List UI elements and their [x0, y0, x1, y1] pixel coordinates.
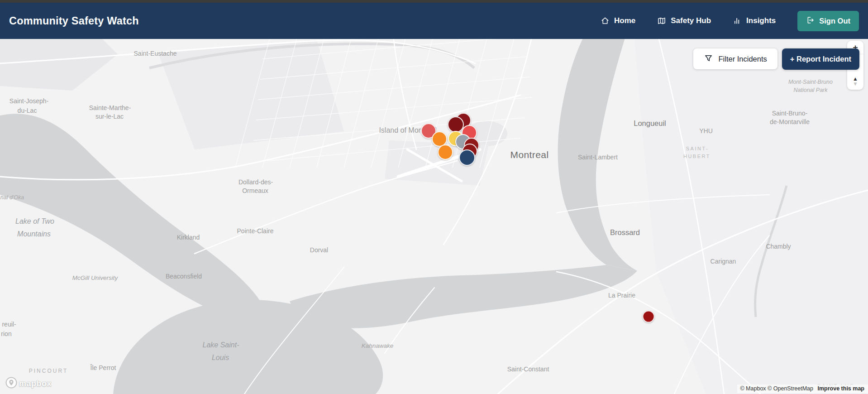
filter-incidents-label: Filter Incidents	[718, 55, 767, 63]
nav-home[interactable]: Home	[601, 16, 635, 25]
map-actions: Filter Incidents + Report Incident	[693, 48, 859, 70]
window-chrome-strip	[0, 0, 868, 3]
pitch-toggle[interactable]: ▲ ▼	[853, 77, 858, 90]
sign-out-label: Sign Out	[819, 17, 850, 25]
app-screen: Community Safety Watch Home Safety Hub I…	[0, 0, 868, 394]
nav-home-label: Home	[614, 16, 635, 25]
incident-marker[interactable]	[438, 144, 453, 160]
sign-out-button[interactable]: Sign Out	[797, 11, 859, 31]
map-background	[0, 39, 868, 394]
logout-icon	[806, 16, 815, 26]
nav-safety-hub[interactable]: Safety Hub	[657, 16, 711, 25]
attribution-osm-link[interactable]: © OpenStreetMap	[768, 385, 813, 392]
app-title: Community Safety Watch	[9, 15, 139, 27]
mapbox-logo[interactable]: mapbox	[5, 377, 52, 391]
pitch-down-icon: ▼	[853, 82, 858, 86]
main-nav: Home Safety Hub Insights Sign Out	[601, 11, 859, 31]
mapbox-logo-text: mapbox	[19, 379, 52, 389]
home-icon	[601, 16, 610, 25]
improve-this-map-link[interactable]: Improve this map	[818, 385, 865, 392]
nav-safety-hub-label: Safety Hub	[671, 16, 711, 25]
funnel-icon	[704, 53, 713, 65]
incident-marker[interactable]	[643, 311, 655, 323]
bar-chart-icon	[733, 16, 742, 25]
nav-insights-label: Insights	[746, 16, 776, 25]
report-incident-button[interactable]: + Report Incident	[782, 48, 859, 70]
mapbox-pin-icon	[5, 377, 17, 391]
map-canvas[interactable]: Saint-EustacheSaint-Joseph-du-LacSainte-…	[0, 39, 868, 394]
map-icon	[657, 16, 666, 25]
incident-marker[interactable]	[459, 149, 475, 166]
attribution-mapbox-link[interactable]: © Mapbox	[740, 385, 766, 392]
nav-insights[interactable]: Insights	[733, 16, 776, 25]
filter-incidents-button[interactable]: Filter Incidents	[693, 48, 777, 69]
map-attribution: © Mapbox © OpenStreetMap Improve this ma…	[737, 384, 868, 393]
app-header: Community Safety Watch Home Safety Hub I…	[0, 3, 868, 39]
